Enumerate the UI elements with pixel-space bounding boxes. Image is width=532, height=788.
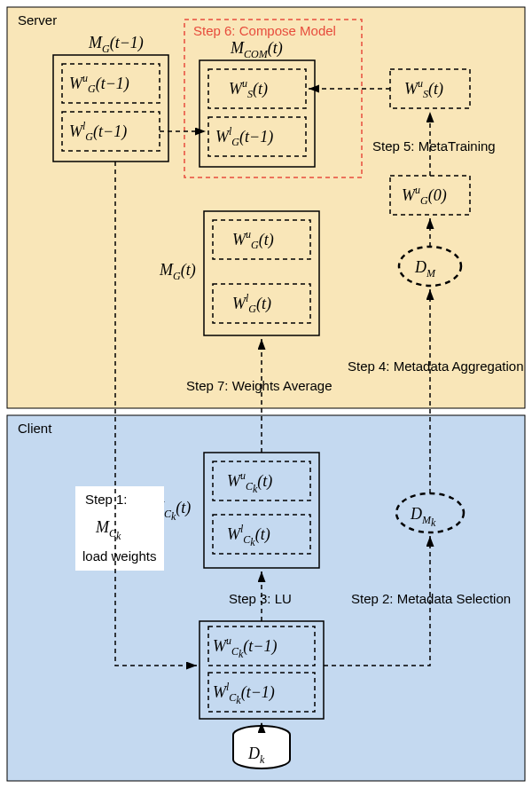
step4-text: Step 4: Metadata Aggregation [348, 359, 523, 374]
client-label: Client [18, 421, 52, 436]
step6-text: Step 6: Compose Model [193, 23, 336, 38]
wck-t1-box [200, 621, 324, 719]
mg-t-box [204, 211, 319, 335]
server-label: Server [18, 12, 57, 28]
wgl-t1-inner-text: WlG(t−1) [215, 125, 273, 148]
step7-text: Step 7: Weights Average [186, 378, 332, 393]
step1-text-a: Step 1: [85, 492, 128, 507]
mg-t1-box [53, 55, 168, 162]
wgl-t1-text: WlG(t−1) [69, 120, 127, 143]
mck-t-box [204, 453, 319, 568]
dk-cylinder: Dk [233, 726, 290, 768]
wgu-t1-text: WuG(t−1) [69, 72, 129, 95]
step3-text: Step 3: LU [229, 591, 292, 606]
mcom-box [200, 60, 315, 167]
step2-text: Step 2: Metadata Selection [351, 591, 511, 606]
step5-text: Step 5: MetaTraining [372, 138, 496, 154]
step1-text-b: load weights [82, 548, 156, 563]
